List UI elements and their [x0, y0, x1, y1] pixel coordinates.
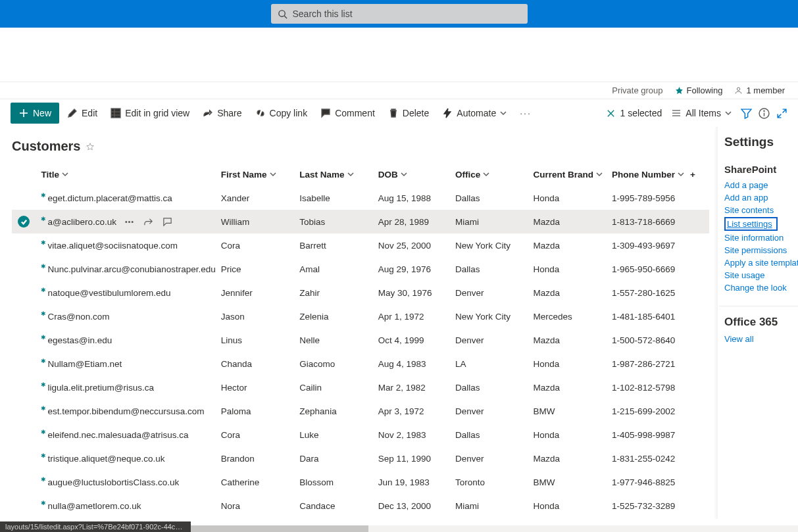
edit-in-grid-button[interactable]: Edit in grid view [105, 103, 195, 124]
cell-office: Denver [455, 281, 533, 304]
col-title[interactable]: Title [41, 163, 220, 186]
table-row[interactable]: ✱egestas@in.eduLinusNelleOct 4, 1999Denv… [12, 328, 709, 352]
svg-point-17 [126, 221, 127, 222]
new-button[interactable]: New [11, 103, 59, 124]
cell-first: Catherine [221, 470, 300, 494]
following-toggle[interactable]: Following [675, 85, 723, 95]
new-indicator-icon: ✱ [41, 381, 46, 388]
settings-heading: Settings [724, 135, 798, 149]
svg-line-1 [284, 16, 287, 18]
settings-link-list-settings[interactable]: List settings [724, 217, 778, 231]
delete-button[interactable]: Delete [383, 103, 434, 124]
cell-last: Giacomo [299, 352, 378, 375]
settings-link-add-a-page[interactable]: Add a page [724, 179, 798, 191]
more-button[interactable]: ··· [514, 103, 537, 124]
cell-brand: BMW [534, 470, 612, 494]
row-title: natoque@vestibulumlorem.edu [47, 288, 170, 298]
add-column-button[interactable]: + [690, 163, 709, 186]
copy-link-button[interactable]: Copy link [250, 103, 313, 124]
cell-brand: Mazda [534, 375, 612, 399]
table-row[interactable]: ✱a@aclibero.co.ukWilliamTobiasApr 28, 19… [12, 210, 709, 233]
cell-dob: Apr 3, 1972 [378, 399, 455, 423]
cell-dob: Apr 28, 1989 [378, 210, 455, 233]
star-icon [675, 86, 684, 95]
cell-first: Linus [221, 328, 300, 352]
settings-link-site-contents[interactable]: Site contents [724, 204, 798, 216]
settings-link-site-permissions[interactable]: Site permissions [724, 244, 798, 256]
table-row[interactable]: ✱augue@luctuslobortisClass.co.ukCatherin… [12, 470, 709, 494]
row-comment-icon[interactable] [162, 217, 172, 227]
col-office[interactable]: Office [455, 163, 533, 186]
expand-icon[interactable] [776, 108, 787, 119]
col-dob[interactable]: DOB [378, 163, 455, 186]
trash-icon [388, 108, 399, 118]
row-title: Cras@non.com [47, 312, 109, 322]
cell-phone: 1-831-255-0242 [612, 447, 690, 470]
cell-brand: Honda [534, 352, 612, 375]
new-indicator-icon: ✱ [41, 216, 46, 222]
col-last[interactable]: Last Name [299, 163, 378, 186]
selected-check-icon[interactable] [18, 216, 30, 228]
search-icon [278, 9, 287, 19]
row-more-icon[interactable] [124, 217, 134, 227]
cell-dob: Oct 4, 1999 [378, 328, 455, 352]
suite-bar: Search this list [0, 0, 798, 28]
cell-office: Toronto [455, 470, 533, 494]
table-row[interactable]: ✱natoque@vestibulumlorem.eduJenniferZahi… [12, 281, 709, 304]
new-indicator-icon: ✱ [41, 263, 46, 270]
row-share-icon[interactable] [143, 217, 153, 227]
private-group-label: Private group [612, 85, 662, 95]
new-indicator-icon: ✱ [41, 405, 46, 412]
row-title: augue@luctuslobortisClass.co.uk [47, 477, 179, 487]
cell-brand: Mazda [534, 328, 612, 352]
table-row[interactable]: ✱vitae.aliquet@sociisnatoque.comCoraBarr… [12, 233, 709, 257]
view-all-link[interactable]: View all [724, 333, 798, 345]
settings-link-site-usage[interactable]: Site usage [724, 269, 798, 281]
cell-phone: 1-102-812-5798 [612, 375, 690, 399]
cell-phone: 1-500-572-8640 [612, 328, 690, 352]
search-box[interactable]: Search this list [271, 4, 528, 24]
cell-office: LA [455, 352, 533, 375]
col-phone[interactable]: Phone Number [612, 163, 690, 186]
person-icon [734, 86, 743, 95]
cell-brand: Mazda [534, 281, 612, 304]
table-row[interactable]: ✱Nunc.pulvinar.arcu@conubianostraper.edu… [12, 257, 709, 281]
col-first[interactable]: First Name [221, 163, 300, 186]
automate-button[interactable]: Automate [437, 103, 512, 124]
favorite-star-icon[interactable] [86, 142, 95, 151]
table-row[interactable]: ✱eget.dictum.placerat@mattis.caXanderIsa… [12, 186, 709, 210]
table-row[interactable]: ✱est.tempor.bibendum@neccursusa.comPalom… [12, 399, 709, 423]
share-button[interactable]: Share [197, 103, 247, 124]
cell-first: Brandon [221, 447, 300, 470]
more-icon: ··· [520, 108, 532, 118]
cell-first: Hector [221, 375, 300, 399]
pencil-icon [67, 108, 78, 118]
comment-button[interactable]: Comment [315, 103, 380, 124]
svg-point-18 [129, 221, 130, 222]
sharepoint-heading: SharePoint [724, 164, 798, 175]
cell-last: Amal [299, 257, 378, 281]
new-indicator-icon: ✱ [41, 429, 46, 435]
table-row[interactable]: ✱ligula.elit.pretium@risus.caHectorCaili… [12, 375, 709, 399]
col-brand[interactable]: Current Brand [534, 163, 612, 186]
table-row[interactable]: ✱Cras@non.comJasonZeleniaApr 1, 1972New … [12, 304, 709, 328]
filter-icon[interactable] [741, 108, 752, 119]
clear-selection[interactable]: 1 selected [606, 108, 662, 118]
cell-office: New York City [455, 304, 533, 328]
settings-link-change-the-look[interactable]: Change the look [724, 281, 798, 294]
info-icon[interactable] [759, 108, 770, 119]
table-row[interactable]: ✱nulla@ametlorem.co.ukNoraCandaceDec 13,… [12, 494, 709, 518]
cell-last: Blossom [299, 470, 378, 494]
settings-link-add-an-app[interactable]: Add an app [724, 191, 798, 204]
new-indicator-icon: ✱ [41, 192, 46, 199]
settings-link-site-information[interactable]: Site information [724, 231, 798, 244]
cell-dob: Nov 25, 2000 [378, 233, 455, 257]
view-switcher[interactable]: All Items [668, 103, 734, 124]
members-link[interactable]: 1 member [734, 85, 785, 95]
edit-button[interactable]: Edit [62, 103, 103, 124]
table-row[interactable]: ✱Nullam@Etiam.netChandaGiacomoAug 4, 198… [12, 352, 709, 375]
table-row[interactable]: ✱eleifend.nec.malesuada@atrisus.caCoraLu… [12, 423, 709, 447]
table-row[interactable]: ✱tristique.aliquet@neque.co.ukBrandonDar… [12, 447, 709, 470]
settings-link-apply-a-site-template[interactable]: Apply a site template [724, 256, 798, 269]
cell-first: Paloma [221, 399, 300, 423]
